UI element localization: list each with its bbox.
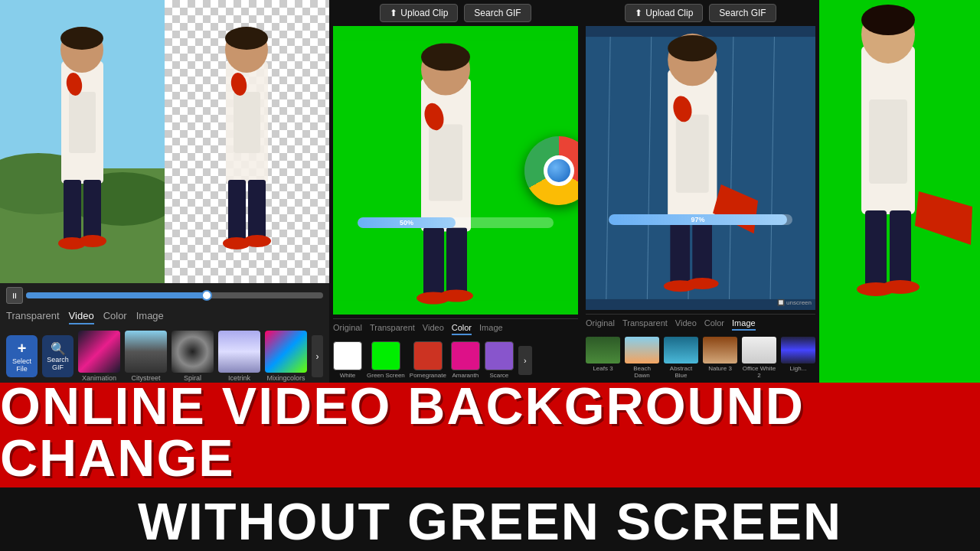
svg-rect-45 (692, 219, 712, 285)
svg-rect-28 (423, 228, 444, 297)
tab-transparent[interactable]: Transparent (370, 321, 415, 335)
svg-point-31 (439, 290, 473, 302)
progress-bar-right: 97% (609, 214, 792, 225)
svg-rect-7 (69, 92, 96, 153)
swatches-scroll-right[interactable]: › (518, 346, 532, 375)
progress-bar-middle: 50% (358, 217, 554, 228)
svg-rect-54 (865, 210, 887, 287)
list-item[interactable]: Spiral (172, 331, 214, 382)
swatch-red[interactable]: Pomegranate (410, 341, 446, 379)
right-video-frame: 97% 🔲 unscreen (586, 26, 815, 310)
middle-panel: Upload Clip Search GIF 50% (329, 0, 582, 383)
image-thumbnails: Leafs 3 Beach Dawn Abstract Blue Nature … (586, 337, 815, 379)
scroll-right-button[interactable]: › (312, 335, 323, 377)
svg-rect-29 (446, 228, 467, 297)
svg-rect-16 (234, 92, 260, 153)
tab-image[interactable]: Image (479, 321, 503, 335)
middle-top-buttons: Upload Clip Search GIF (333, 4, 578, 22)
list-item[interactable]: Beach Dawn (625, 337, 659, 379)
svg-rect-19 (248, 180, 266, 241)
svg-rect-44 (670, 219, 690, 285)
tab-video[interactable]: Video (423, 321, 444, 335)
tab-image[interactable]: Image (136, 308, 164, 324)
middle-result-tabs: Original Transparent Video Color Image (333, 318, 578, 337)
swatch-purple[interactable]: Scarce (485, 341, 514, 379)
svg-rect-53 (869, 99, 907, 184)
swatch-white[interactable]: White (333, 341, 362, 379)
unscreen-badge: 🔲 unscreen (777, 299, 812, 306)
tab-video[interactable]: Video (69, 308, 94, 324)
svg-rect-10 (83, 180, 101, 241)
tab-color[interactable]: Color (452, 321, 472, 335)
list-item[interactable]: Mixingcolors (265, 331, 307, 382)
video-transparent (165, 0, 329, 283)
title-line1: ONLINE VIDEO BACKGROUND CHANGE (0, 380, 980, 484)
video-original (0, 0, 165, 283)
background-tabs: Transparent Video Color Image (6, 308, 323, 324)
bottom-section: ONLINE VIDEO BACKGROUND CHANGE WITHOUT G… (0, 383, 980, 551)
list-item[interactable]: Leafs 3 (586, 337, 620, 379)
search-gif-button-right[interactable]: Search GIF (709, 4, 776, 22)
swatch-pink[interactable]: Amaranth (451, 341, 480, 379)
color-swatches: White Green Screen Pomegranate Amaranth … (333, 341, 578, 379)
svg-point-15 (225, 27, 268, 50)
tab-transparent[interactable]: Transparent (6, 308, 60, 324)
svg-point-41 (668, 35, 717, 61)
upload-clip-button[interactable]: Upload Clip (380, 4, 458, 22)
list-item[interactable]: Citystreet (125, 331, 167, 382)
background-thumbnails: + Select File 🔍 Search GIF Xanimation Ci… (6, 331, 323, 382)
svg-point-25 (421, 44, 470, 71)
list-item[interactable]: Nature 3 (703, 337, 737, 379)
svg-point-52 (861, 5, 915, 35)
tab-original-right[interactable]: Original (586, 317, 615, 331)
svg-rect-42 (676, 115, 709, 193)
svg-point-57 (881, 280, 920, 294)
far-right-green (819, 0, 980, 383)
tab-video-right[interactable]: Video (675, 317, 697, 331)
left-panel: Transparent Video Color Image + Select F… (0, 0, 329, 383)
tab-color-right[interactable]: Color (704, 317, 724, 331)
upload-clip-button-right[interactable]: Upload Clip (625, 4, 703, 22)
svg-rect-9 (64, 180, 81, 241)
svg-rect-26 (429, 125, 462, 201)
right-result-tabs: Original Transparent Video Color Image (586, 314, 815, 333)
right-panel: Upload Clip Search GIF (582, 0, 819, 383)
left-controls: Transparent Video Color Image + Select F… (0, 283, 329, 383)
play-pause-button[interactable] (6, 287, 23, 304)
list-item[interactable]: Abstract Blue (664, 337, 698, 379)
tab-original[interactable]: Original (333, 321, 362, 335)
svg-rect-18 (228, 180, 246, 241)
timeline-bar (6, 287, 323, 304)
tab-color[interactable]: Color (103, 308, 127, 324)
svg-rect-55 (890, 210, 911, 287)
list-item[interactable]: Xanimation (78, 331, 120, 382)
tab-image-right[interactable]: Image (732, 317, 756, 331)
search-gif-top-button[interactable]: Search GIF (464, 4, 531, 22)
svg-point-47 (686, 278, 719, 289)
search-gif-button[interactable]: 🔍 Search GIF (42, 335, 74, 377)
svg-point-12 (79, 235, 106, 247)
svg-point-6 (60, 27, 103, 50)
title-line2: WITHOUT GREEN SCREEN (0, 487, 980, 552)
list-item[interactable]: Ligh... (781, 337, 815, 379)
swatch-green[interactable]: Green Screen (367, 341, 405, 379)
timeline-track[interactable] (26, 292, 323, 298)
select-file-button[interactable]: + Select File (6, 335, 38, 377)
right-top-buttons: Upload Clip Search GIF (586, 4, 815, 22)
svg-point-21 (243, 235, 271, 247)
chrome-logo (524, 136, 578, 205)
tab-transparent-right[interactable]: Transparent (622, 317, 668, 331)
list-item[interactable]: Office White 2 (742, 337, 776, 379)
list-item[interactable]: Icetrink (218, 331, 260, 382)
middle-video-frame: 50% (333, 26, 578, 315)
